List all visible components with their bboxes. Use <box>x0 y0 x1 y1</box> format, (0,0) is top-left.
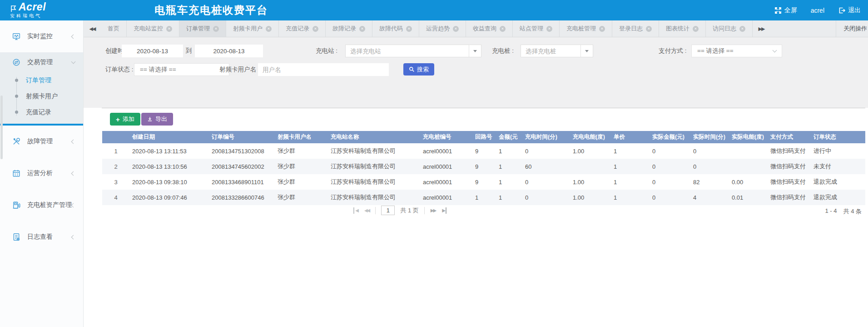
tab-close-icon[interactable]: × <box>500 26 506 32</box>
plus-icon: + <box>116 116 120 123</box>
filter-panel: 创建时间 : 到 充电站 : 充电桩 : 支付方式 : == 请选择 == 订单… <box>84 37 868 108</box>
sidebar-item-fault-management[interactable]: 故障管理 <box>0 126 83 157</box>
tab-pile-management[interactable]: 充电桩管理× <box>560 20 612 37</box>
search-button[interactable]: 搜索 <box>403 63 434 75</box>
sidebar-item-log-viewer[interactable]: 日志查看 <box>0 221 83 253</box>
station-dropdown-button[interactable] <box>469 45 481 57</box>
monitor-icon <box>12 32 20 40</box>
date-from-input[interactable] <box>122 45 183 57</box>
page-number-input[interactable] <box>381 206 395 215</box>
add-button[interactable]: + 添加 <box>110 113 140 126</box>
sidebar-item-operation-analysis[interactable]: 运营分析 <box>0 157 83 189</box>
record-count: 1 - 4 共 4 条 <box>825 207 862 216</box>
add-label: 添加 <box>123 115 134 123</box>
fullscreen-icon <box>774 7 782 14</box>
tab-close-icon[interactable]: × <box>359 26 365 32</box>
col-create-date: 创建日期 <box>129 131 209 143</box>
tab-login-logs[interactable]: 登录日志× <box>612 20 659 37</box>
username[interactable]: acrel <box>811 7 824 14</box>
tab-fault-codes[interactable]: 故障代码× <box>372 20 419 37</box>
col-actual-energy: 实际电能(度) <box>729 131 768 143</box>
sidebar-item-label: 运营分析 <box>27 169 53 177</box>
pay-type-select[interactable]: == 请选择 == <box>691 45 782 57</box>
sidebar-subitem-label: 射频卡用户 <box>26 92 58 101</box>
pile-dropdown-button[interactable] <box>580 45 593 57</box>
tab-visit-logs[interactable]: 访问日志× <box>706 20 753 37</box>
col-charge-energy: 充电电能(度) <box>570 131 611 143</box>
chevron-left-icon <box>71 235 76 239</box>
col-loop-no: 回路号 <box>472 131 496 143</box>
sidebar-item-realtime-monitor[interactable]: 实时监控 <box>0 20 83 52</box>
tab-recharge-records[interactable]: 充值记录× <box>279 20 326 37</box>
table-row[interactable]: 42020-08-13 09:07:462008133286600746张少群江… <box>102 190 865 205</box>
sidebar-item-pile-asset-management[interactable]: 充电桩资产管理 <box>0 189 83 221</box>
tab-order-management[interactable]: 订单管理× <box>179 20 226 37</box>
sidebar-item-recharge-records[interactable]: 充值记录 <box>0 104 83 120</box>
top-header: Acrel 安科瑞电气 电瓶车充电桩收费平台 全屏 acrel <box>0 0 868 20</box>
tab-close-icon[interactable]: × <box>453 26 459 32</box>
pager-last-button[interactable]: ▶ <box>441 207 446 214</box>
station-label: 充电站 : <box>316 45 337 57</box>
chevron-left-icon <box>71 171 76 176</box>
tabs-scroll-left-button[interactable]: ◀◀ <box>84 20 101 37</box>
to-label: 到 <box>186 45 192 57</box>
tab-site-management[interactable]: 站点管理× <box>513 20 560 37</box>
col-pile-no: 充电桩编号 <box>420 131 472 143</box>
pager-prev-button[interactable]: ◀◀ <box>364 207 370 214</box>
sidebar-item-rfid-users[interactable]: 射频卡用户 <box>0 88 83 104</box>
chevron-down-icon <box>71 60 76 64</box>
dropdown-arrow-icon <box>473 50 477 52</box>
col-charge-time: 充电时间(分) <box>522 131 570 143</box>
tab-close-icon[interactable]: × <box>646 26 652 32</box>
export-button[interactable]: 导出 <box>141 113 173 126</box>
table-row[interactable]: 22020-08-13 13:10:562008134745602002张少群江… <box>102 159 865 174</box>
acrel-logo: Acrel 安科瑞电气 <box>10 1 46 19</box>
pile-input[interactable] <box>521 45 580 57</box>
table-row[interactable]: 32020-08-13 09:38:102008133468901101张少群江… <box>102 174 865 190</box>
tab-close-icon[interactable]: × <box>739 26 745 32</box>
tab-close-icon[interactable]: × <box>693 26 699 32</box>
table-row[interactable]: 12020-08-13 13:11:532008134751302008张少群江… <box>102 143 865 159</box>
logo-subtitle: 安科瑞电气 <box>10 13 46 19</box>
col-actual-time: 实际时间(分) <box>690 131 729 143</box>
tab-rfid-users[interactable]: 射频卡用户× <box>226 20 279 37</box>
export-label: 导出 <box>155 115 167 123</box>
col-amount: 金额(元 <box>496 131 522 143</box>
sidebar-subitem-label: 订单管理 <box>26 76 51 85</box>
tab-close-icon[interactable]: × <box>406 26 412 32</box>
logout-label: 退出 <box>848 6 861 15</box>
search-icon <box>409 66 415 72</box>
content-area: + 添加 导出 创建日期 订单编号 射频卡用户名 充电 <box>84 108 868 327</box>
rfid-user-input[interactable] <box>258 63 389 76</box>
pager-next-button[interactable]: ▶▶ <box>430 207 436 214</box>
date-to-input[interactable] <box>195 45 263 57</box>
col-unit-price: 单价 <box>611 131 650 143</box>
close-operations-button[interactable]: 关闭操作 <box>836 20 868 37</box>
pile-combobox[interactable] <box>521 45 593 57</box>
station-combobox[interactable] <box>345 45 481 57</box>
sidebar: 实时监控 交易管理 订单管理 <box>0 20 84 327</box>
tab-revenue-query[interactable]: 收益查询× <box>466 20 513 37</box>
tab-close-icon[interactable]: × <box>312 26 318 32</box>
tab-fault-records[interactable]: 故障记录× <box>326 20 372 37</box>
station-input[interactable] <box>346 45 469 57</box>
fullscreen-button[interactable]: 全屏 <box>774 6 797 15</box>
tab-close-icon[interactable]: × <box>546 26 552 32</box>
tabs-scroll-right-button[interactable]: ▶▶ <box>753 20 770 37</box>
order-status-value: == 请选择 == <box>140 65 176 74</box>
tab-operation-trends[interactable]: 运营趋势× <box>419 20 466 37</box>
tab-chart-stats[interactable]: 图表统计× <box>659 20 706 37</box>
transaction-icon <box>12 58 20 66</box>
tab-close-icon[interactable]: × <box>166 26 172 32</box>
order-status-select[interactable]: == 请选择 == <box>134 63 229 76</box>
tab-close-icon[interactable]: × <box>213 26 219 32</box>
pager-first-button[interactable]: ◀ <box>353 207 358 214</box>
logout-icon <box>838 7 845 14</box>
logout-button[interactable]: 退出 <box>838 6 861 15</box>
tab-station-monitor[interactable]: 充电站监控× <box>127 20 179 37</box>
tab-close-icon[interactable]: × <box>599 26 605 32</box>
tab-close-icon[interactable]: × <box>266 26 272 32</box>
sidebar-item-transaction-management[interactable]: 交易管理 <box>0 52 83 72</box>
tab-home[interactable]: 首页 <box>101 20 127 37</box>
sidebar-item-order-management[interactable]: 订单管理 <box>0 72 83 88</box>
